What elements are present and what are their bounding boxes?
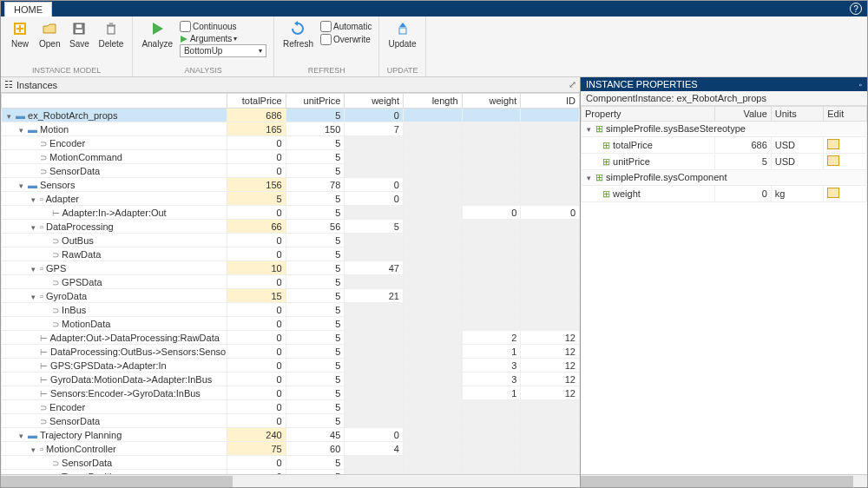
instances-panel: ☷ Instances ⤢ totalPriceunitPriceweightl…	[1, 77, 581, 487]
svg-marker-13	[399, 23, 406, 27]
edit-icon[interactable]	[827, 155, 839, 166]
help-icon[interactable]: ?	[850, 3, 862, 15]
table-row[interactable]: ⊃ GPSData05	[2, 275, 580, 289]
refresh-button[interactable]: Refresh	[279, 18, 317, 50]
update-button[interactable]: Update	[385, 18, 419, 50]
table-row[interactable]: ⊃ Encoder05	[2, 136, 580, 150]
overwrite-checkbox[interactable]: Overwrite	[320, 34, 372, 45]
col-header[interactable]: ID	[521, 94, 580, 109]
table-row[interactable]: ⊢ Adapter:In->Adapter:Out0500	[2, 206, 580, 220]
table-row[interactable]: ⊃ MotionCommand05	[2, 150, 580, 164]
table-row[interactable]: ⊃ Encoder05	[2, 400, 580, 414]
table-row[interactable]: ▾ ▫ DataProcessing66565	[2, 220, 580, 234]
table-row[interactable]: ⊃ SensorData05	[2, 456, 580, 470]
table-row[interactable]: ⊃ SensorData05	[2, 414, 580, 428]
new-button[interactable]: New	[6, 18, 34, 50]
table-row[interactable]: ⊢ DataProcessing:OutBus->Sensors:SensorD…	[2, 345, 580, 359]
update-group-label: UPDATE	[385, 66, 419, 75]
tree-icon: ☷	[4, 79, 13, 90]
maximize-icon[interactable]: ⤢	[569, 79, 576, 90]
automatic-checkbox[interactable]: Automatic	[320, 21, 372, 32]
property-row[interactable]: ⊞ totalPrice686USD	[582, 137, 867, 154]
properties-panel: INSTANCE PROPERTIES ◦ ComponentInstance:…	[581, 77, 867, 487]
save-button[interactable]: Save	[65, 18, 93, 50]
table-row[interactable]: ⊢ GyroData:MotionData->Adapter:InBus0531…	[2, 373, 580, 386]
continuous-checkbox[interactable]: Continuous	[180, 21, 266, 32]
table-row[interactable]: ▾ ▫ GyroData15521	[2, 289, 580, 303]
instance-model-group-label: INSTANCE MODEL	[6, 66, 127, 75]
edit-icon[interactable]	[827, 188, 839, 198]
titlebar: HOME ?	[1, 1, 867, 16]
table-row[interactable]: ▾ ▫ GPS10547	[2, 261, 580, 275]
direction-dropdown[interactable]: BottomUp▾	[180, 44, 266, 57]
property-row[interactable]: ⊞ weight0kg	[582, 186, 867, 202]
edit-icon[interactable]	[827, 139, 839, 149]
svg-rect-12	[399, 28, 406, 34]
col-header[interactable]: length	[403, 94, 462, 109]
table-row[interactable]: ▾ ▬ ex_RobotArch_props68650	[2, 109, 580, 122]
ribbon: New Open Save Delete INSTANCE MODEL Anal…	[1, 16, 867, 77]
svg-rect-4	[76, 30, 82, 33]
stereotype-row[interactable]: ▾ ⊞ simpleProfile.sysComponent	[582, 170, 867, 186]
table-row[interactable]: ⊃ SensorData05	[2, 164, 580, 178]
refresh-group-label: REFRESH	[279, 66, 373, 75]
instances-grid[interactable]: totalPriceunitPriceweightlengthweightID▾…	[1, 93, 580, 474]
col-header[interactable]: unitPrice	[286, 94, 345, 109]
col-header[interactable]: weight	[345, 94, 404, 109]
open-button[interactable]: Open	[36, 18, 63, 50]
table-row[interactable]: ▾ ▫ MotionController75604	[2, 442, 580, 456]
h-scrollbar[interactable]	[1, 474, 580, 487]
delete-button[interactable]: Delete	[95, 18, 127, 50]
properties-title: INSTANCE PROPERTIES	[586, 79, 698, 89]
svg-marker-9	[153, 23, 163, 35]
table-row[interactable]: ▾ ▬ Motion1651507	[2, 122, 580, 136]
table-row[interactable]: ⊃ RawData05	[2, 247, 580, 261]
analysis-group-label: ANALYSIS	[138, 66, 268, 75]
table-row[interactable]: ⊢ Sensors:Encoder->GyroData:InBus05112	[2, 386, 580, 400]
props-h-scrollbar[interactable]	[581, 474, 867, 487]
table-row[interactable]: ⊃ MotionData05	[2, 317, 580, 331]
table-row[interactable]: ▾ ▬ Trajectory Planning240450	[2, 428, 580, 442]
properties-subtitle: ComponentInstance: ex_RobotArch_props	[581, 91, 867, 106]
svg-rect-6	[108, 26, 115, 34]
arguments-button[interactable]: Arguments ▾	[180, 34, 266, 43]
instances-title: Instances	[16, 80, 57, 90]
col-header[interactable]: weight	[462, 94, 521, 109]
svg-rect-5	[76, 24, 82, 28]
property-row[interactable]: ⊞ unitPrice5USD	[582, 154, 867, 170]
table-row[interactable]: ▾ ▬ Sensors156780	[2, 178, 580, 192]
table-row[interactable]: ▾ ▫ Adapter550	[2, 192, 580, 206]
table-row[interactable]: ⊃ InBus05	[2, 303, 580, 317]
properties-close-icon[interactable]: ◦	[858, 80, 862, 89]
table-row[interactable]: ⊢ Adapter:Out->DataProcessing:RawData052…	[2, 331, 580, 345]
table-row[interactable]: ⊃ OutBus05	[2, 234, 580, 247]
analyze-button[interactable]: Analyze	[138, 18, 176, 50]
home-tab[interactable]: HOME	[4, 2, 52, 16]
col-header[interactable]: totalPrice	[227, 94, 286, 109]
svg-marker-11	[294, 21, 298, 26]
svg-marker-10	[181, 36, 187, 43]
stereotype-row[interactable]: ▾ ⊞ simpleProfile.sysBaseStereotype	[582, 122, 867, 137]
table-row[interactable]: ⊢ GPS:GPSData->Adapter:In05312	[2, 359, 580, 373]
